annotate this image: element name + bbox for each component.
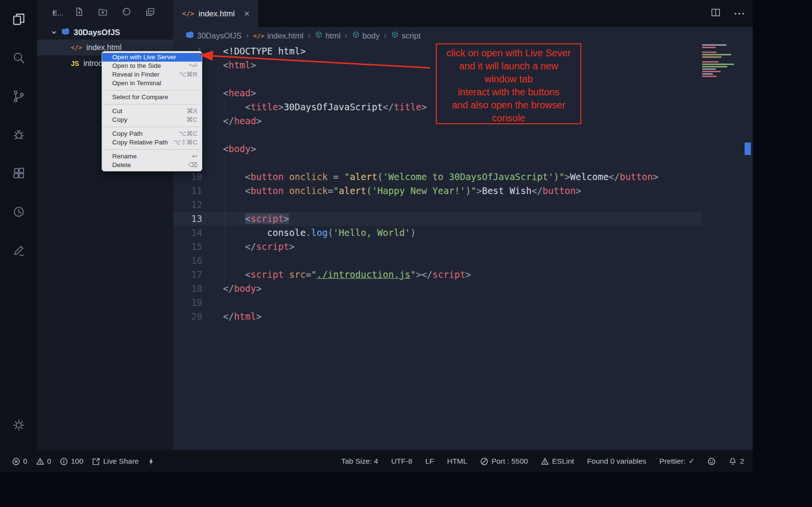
variables-indicator[interactable]: Found 0 variables [587,457,646,466]
breadcrumb-item-file[interactable]: </> index.html [253,31,303,40]
code-line-11[interactable]: 11 <button onclick="alert('Happy New Yea… [173,184,702,198]
line-number[interactable]: 20 [173,310,202,324]
feedback-smiley[interactable] [707,457,716,466]
more-actions-icon[interactable]: ⋯ [733,7,746,20]
line-text: </html> [223,310,262,324]
code-line-10[interactable]: 10 <button onclick = "alert('Welcome to … [173,170,702,184]
code-line-20[interactable]: 20</html> [173,310,702,324]
code-line-9[interactable]: 9 [173,156,702,170]
code-line-15[interactable]: 15 </script> [173,240,702,254]
menu-item-open-in-terminal[interactable]: Open in Terminal [102,79,202,88]
symbol-cube-icon [352,31,360,40]
search-icon[interactable] [0,39,37,77]
menu-item-shortcut: ⌘X [186,107,197,116]
menu-item-copy-relative-path[interactable]: Copy Relative Path⌥⇧⌘C [102,138,202,147]
extensions-icon[interactable] [0,154,37,193]
eslint-indicator[interactable]: ESLint [541,457,574,466]
tab-close-icon[interactable]: × [244,9,250,18]
prettier-indicator[interactable]: Prettier: ✓ [659,457,694,466]
settings-gear-icon[interactable] [0,406,37,444]
code-line-12[interactable]: 12 [173,198,702,212]
line-number[interactable]: 17 [173,268,202,282]
encoding-indicator[interactable]: UTF-8 [391,457,412,466]
line-text: <html> [223,58,256,72]
problems-warnings[interactable]: 0 [36,457,52,466]
line-text: <button onclick="alert('Happy New Year!'… [223,184,581,198]
notifications-bell[interactable]: 2 [729,457,744,466]
line-number[interactable]: 11 [173,184,202,198]
scrollbar-marker[interactable] [745,143,751,155]
problems-errors[interactable]: 0 [12,457,27,466]
minimap[interactable] [702,44,745,77]
new-file-icon[interactable] [74,7,84,18]
new-folder-icon[interactable] [98,7,108,18]
explorer-title: E... [52,9,64,17]
menu-item-open-to-the-side[interactable]: Open to the Side^⏎ [102,62,202,70]
annotation-box: click on open with Live Severand it will… [436,43,581,124]
line-number[interactable]: 19 [173,296,202,310]
menu-item-shortcut: ⌫ [188,161,197,169]
code-line-18[interactable]: 18</body> [173,282,702,296]
line-number[interactable]: 14 [173,226,202,240]
symbol-cube-icon [315,31,323,40]
refresh-icon[interactable] [121,7,131,18]
menu-item-label: Open to the Side [112,62,161,70]
tab-size-indicator[interactable]: Tab Size: 4 [341,457,378,466]
menu-item-copy-path[interactable]: Copy Path⌥⌘C [102,130,202,138]
source-control-icon[interactable] [0,77,37,116]
menu-item-rename[interactable]: Rename↩ [102,152,202,161]
breadcrumb-item-folder[interactable]: 30DaysOfJS [185,30,242,41]
annotation-text: click on open with Live Severand it will… [437,47,580,125]
line-number[interactable]: 15 [173,240,202,254]
menu-item-label: Open with Live Server [112,53,176,62]
language-indicator[interactable]: HTML [447,457,467,466]
menu-item-select-for-compare[interactable]: Select for Compare [102,93,202,102]
menu-item-copy[interactable]: Copy⌘C [102,116,202,124]
line-text: <head> [223,86,256,100]
menu-item-delete[interactable]: Delete⌫ [102,161,202,169]
menu-item-reveal-in-finder[interactable]: Reveal in Finder⌥⌘R [102,70,202,79]
folder-icon [61,27,70,38]
menu-divider [102,127,202,127]
live-server-bolt[interactable] [147,457,156,466]
js-file-icon: JS [71,60,79,67]
code-line-17[interactable]: 17 <script src="./introduction.js"></scr… [173,268,702,282]
breadcrumb-item-script[interactable]: script [391,31,420,40]
problems-info[interactable]: 100 [60,457,83,466]
collapse-all-icon[interactable] [145,7,155,18]
status-bar: 0 0 100 Live Share Tab Size: 4 UTF-8 LF … [0,450,753,472]
explorer-icon[interactable] [0,0,37,39]
code-line-14[interactable]: 14 console.log('Hello, World') [173,226,702,240]
live-share-button[interactable]: Live Share [92,457,139,466]
line-number[interactable]: 16 [173,254,202,268]
breadcrumb-item-body[interactable]: body [352,31,380,40]
breadcrumb-separator: › [245,31,250,40]
feedback-icon[interactable] [0,231,37,270]
eol-indicator[interactable]: LF [425,457,434,466]
code-line-13[interactable]: 13 <script> [173,212,702,226]
menu-item-label: Copy Path [112,130,143,138]
vscode-window: E... 30DaysOfJS </> index.html JS introd… [0,0,753,472]
menu-item-cut[interactable]: Cut⌘X [102,107,202,116]
code-line-19[interactable]: 19 [173,296,702,310]
port-indicator[interactable]: Port : 5500 [480,457,528,466]
breadcrumb-item-html[interactable]: html [315,31,341,40]
code-line-7[interactable]: 7 [173,128,702,142]
menu-item-open-with-live-server[interactable]: Open with Live Server [102,53,202,62]
line-number[interactable]: 10 [173,170,202,184]
line-number[interactable]: 12 [173,198,202,212]
check-icon: ✓ [688,457,694,466]
menu-item-shortcut: ↩ [192,152,197,161]
line-number[interactable]: 18 [173,282,202,296]
split-editor-icon[interactable] [710,7,721,20]
tab-index-html[interactable]: </> index.html × [173,0,258,27]
code-line-16[interactable]: 16 [173,254,702,268]
line-number[interactable]: 13 [173,212,202,226]
menu-divider [102,90,202,91]
line-text: <!DOCTYPE html> [223,44,306,58]
folder-row-30daysofjs[interactable]: 30DaysOfJS [37,25,173,39]
folder-name: 30DaysOfJS [74,28,120,37]
code-line-8[interactable]: 8<body> [173,142,702,156]
run-debug-icon[interactable] [0,116,37,154]
history-icon[interactable] [0,193,37,231]
